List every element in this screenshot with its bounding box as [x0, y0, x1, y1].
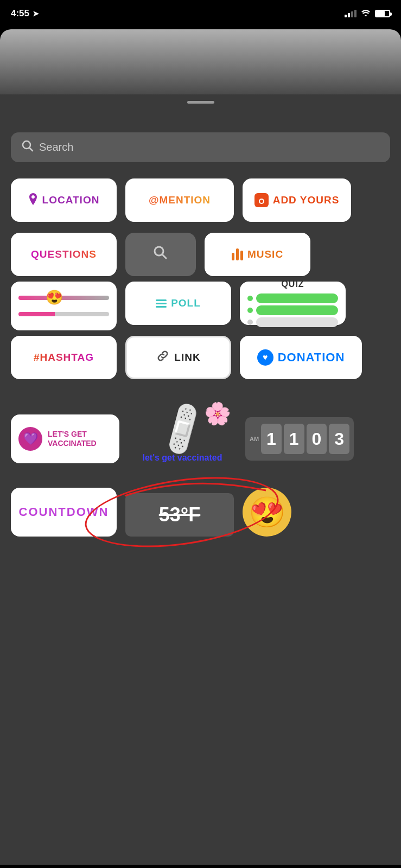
status-bar: 4:55 ➤: [0, 0, 401, 27]
time: 4:55: [11, 8, 29, 19]
sticker-row-1: LOCATION @MENTION ADD YOURS: [11, 178, 390, 222]
price-text: 53°F: [159, 503, 200, 526]
heart-eyes-sticker: 😍: [243, 488, 291, 537]
clock-sticker: AM 1 1 0 3: [245, 417, 354, 461]
location-icon: [28, 193, 38, 208]
music-sticker[interactable]: MUSIC: [205, 233, 310, 276]
quiz-option-1: [247, 293, 338, 303]
music-bars-icon: [232, 248, 243, 260]
emoji-slider-sticker[interactable]: 😍: [11, 282, 117, 330]
hashtag-sticker[interactable]: #HASHTAG: [11, 336, 117, 379]
link-icon: [156, 349, 170, 366]
mention-sticker[interactable]: @MENTION: [125, 178, 234, 222]
signal-bars-icon: [345, 10, 357, 17]
search-icon: [22, 140, 34, 155]
clock-digit-1: 1: [261, 424, 282, 454]
flower-icon: 🌸: [204, 401, 231, 426]
donation-sticker[interactable]: ♥ DONATION: [240, 336, 362, 379]
donation-label: DONATION: [278, 350, 345, 365]
location-arrow-icon: ➤: [33, 9, 39, 18]
location-sticker[interactable]: LOCATION: [11, 178, 117, 222]
sticker-panel: Search LOCATION @MENTION: [0, 29, 401, 865]
search-placeholder: Search: [39, 141, 73, 154]
search-bar[interactable]: Search: [11, 132, 390, 162]
panel-content: Search LOCATION @MENTION: [0, 122, 401, 547]
questions-label: QUESTIONS: [31, 248, 97, 260]
vaccinated-icon: 💜: [18, 427, 42, 451]
mention-label: @MENTION: [149, 194, 211, 206]
sticker-row-2: QUESTIONS MUSIC: [11, 233, 390, 276]
questions-sticker[interactable]: QUESTIONS: [11, 233, 117, 276]
link-sticker[interactable]: LINK: [125, 336, 231, 379]
camera-icon: [254, 193, 269, 207]
music-label: MUSIC: [247, 248, 283, 260]
poll-sticker[interactable]: POLL: [125, 282, 231, 325]
clock-ampm: AM: [250, 436, 259, 442]
svg-line-2: [30, 148, 33, 151]
battery-icon: [375, 10, 390, 17]
slider-track: 😍: [18, 296, 109, 300]
search-mag-icon: [154, 246, 168, 263]
sticker-bottom-row: 💜 LET'S GET VACCINATED 🌸 🩹 let's get vac…: [11, 401, 390, 477]
heart-icon: ♥: [257, 349, 273, 366]
quiz-title: QUIZ: [281, 279, 304, 289]
link-label: LINK: [174, 352, 200, 363]
svg-point-0: [365, 15, 367, 16]
quiz-sticker[interactable]: QUIZ: [240, 282, 346, 325]
drag-handle[interactable]: [187, 101, 214, 104]
poll-icon: [156, 299, 167, 308]
countdown-row: COUNTDOWN 53°F 😍: [11, 488, 390, 547]
quiz-option-3: [247, 317, 338, 327]
addyours-sticker[interactable]: ADD YOURS: [243, 178, 351, 222]
countdown-sticker[interactable]: COUNTDOWN: [11, 488, 117, 537]
clock-digit-2: 1: [284, 424, 304, 454]
status-right: [345, 9, 390, 18]
vaccinated-sticker[interactable]: 💜 LET'S GET VACCINATED: [11, 414, 119, 463]
clock-digit-4: 3: [329, 424, 349, 454]
sticker-row-4: #HASHTAG LINK ♥ DONATION: [11, 336, 390, 379]
poll-label: POLL: [171, 297, 201, 309]
hashtag-label: #HASHTAG: [34, 352, 94, 363]
addyours-label: ADD YOURS: [273, 194, 340, 206]
location-label: LOCATION: [42, 194, 100, 206]
status-left: 4:55 ➤: [11, 8, 39, 19]
svg-line-7: [163, 255, 167, 259]
price-sticker: 53°F: [125, 493, 234, 537]
bandage-sticker: 🌸 🩹 let's get vaccinated: [128, 401, 237, 477]
panel-top-blur: [0, 29, 401, 94]
wifi-icon: [361, 9, 371, 18]
quiz-option-2: [247, 305, 338, 315]
sticker-row-3: 😍 POLL QUIZ: [11, 282, 390, 330]
search-sticker[interactable]: [125, 233, 196, 276]
clock-digit-3: 0: [307, 424, 327, 454]
countdown-label: COUNTDOWN: [19, 505, 109, 519]
bandage-text: let's get vaccinated: [143, 453, 222, 463]
svg-point-5: [260, 200, 263, 203]
vaccinated-text: LET'S GET VACCINATED: [48, 430, 112, 448]
